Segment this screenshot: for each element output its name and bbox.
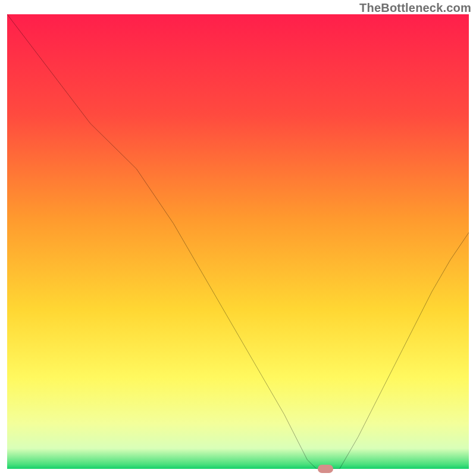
watermark-text: TheBottleneck.com bbox=[359, 1, 471, 15]
optimum-marker bbox=[318, 465, 333, 473]
gradient-background bbox=[7, 14, 469, 469]
plot-area bbox=[7, 14, 469, 469]
chart-stage: TheBottleneck.com bbox=[0, 0, 476, 476]
chart-canvas bbox=[7, 14, 469, 469]
